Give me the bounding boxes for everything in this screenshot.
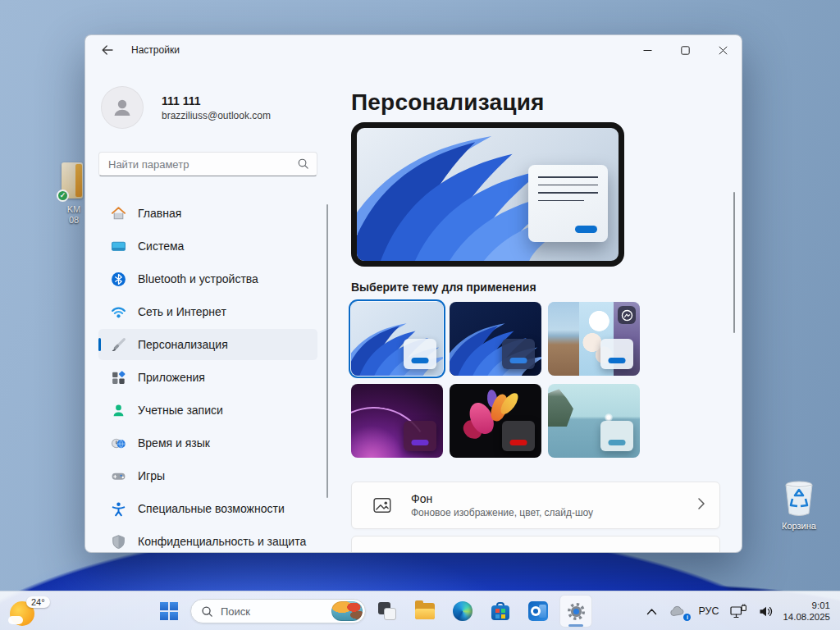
content-scrollbar[interactable]: [733, 192, 736, 333]
sidebar-item-label: Система: [138, 240, 184, 253]
sidebar-item-label: Bluetooth и устройства: [138, 272, 258, 285]
maximize-button[interactable]: [666, 35, 704, 65]
close-icon: [719, 46, 728, 55]
recycle-bin[interactable]: Корзина: [768, 477, 830, 532]
start-button[interactable]: [153, 595, 185, 628]
store-icon: [491, 601, 510, 621]
recycle-bin-label: Корзина: [782, 521, 816, 532]
theme-tile-flow-flower[interactable]: [450, 384, 541, 458]
sidebar-item-system[interactable]: Система: [98, 231, 317, 262]
theme-tile-bloom-dark[interactable]: [450, 302, 541, 376]
desktop-file-label: KM 08: [67, 204, 81, 226]
sidebar-item-network[interactable]: Сеть и Интернет: [98, 296, 317, 327]
minimize-button[interactable]: [628, 35, 666, 65]
account-name: 111 111: [162, 94, 271, 107]
sidebar-item-label: Персонализация: [138, 338, 228, 351]
sync-check-badge-icon: ✓: [57, 189, 69, 202]
task-view-button[interactable]: [371, 595, 404, 628]
sidebar-item-label: Учетные записи: [138, 404, 223, 417]
bluetooth-icon: [110, 271, 126, 287]
preview-window-card: [528, 165, 608, 242]
tray-expand-button[interactable]: [641, 596, 663, 626]
tray-date: 14.08.2025: [783, 611, 830, 623]
temperature-badge: 24°: [26, 596, 50, 608]
microsoft-store-button[interactable]: [484, 595, 517, 628]
background-settings-card[interactable]: Фон Фоновое изображение, цвет, слайд-шоу: [351, 482, 720, 529]
edge-button[interactable]: [446, 595, 479, 628]
sidebar-item-label: Главная: [138, 207, 181, 220]
maximize-icon: [681, 46, 690, 55]
sidebar-item-privacy[interactable]: Конфиденциальность и защита: [98, 526, 317, 553]
arrow-left-icon: [101, 43, 114, 57]
system-tray: i РУС 9:01 14.08.2025: [641, 591, 835, 630]
theme-tile-spotlight-collage[interactable]: [548, 302, 640, 376]
minimize-icon: [643, 46, 652, 55]
titlebar: Настройки: [85, 35, 742, 65]
recycle-bin-icon: [779, 477, 819, 518]
onedrive-status-badge: i: [683, 614, 691, 621]
sidebar-item-label: Специальные возможности: [138, 502, 285, 515]
privacy-shield-icon: [110, 533, 126, 550]
sidebar-item-apps[interactable]: Приложения: [98, 362, 317, 393]
colors-settings-card-partial[interactable]: [351, 536, 720, 553]
onedrive-tray-button[interactable]: i: [663, 596, 692, 626]
sidebar-item-bluetooth[interactable]: Bluetooth и устройства: [98, 263, 317, 294]
outlook-button[interactable]: [522, 595, 555, 628]
account-row[interactable]: 111 111 brazziliuss@outlook.com: [101, 86, 329, 129]
close-button[interactable]: [704, 35, 742, 65]
sidebar-item-label: Приложения: [138, 371, 205, 384]
sidebar-item-time-language[interactable]: Время и язык: [98, 427, 317, 459]
account-email: brazziliuss@outlook.com: [162, 110, 271, 121]
theme-tile-bloom-light[interactable]: [351, 302, 443, 376]
theme-tile-glow-purple[interactable]: [351, 384, 443, 458]
sidebar-item-home[interactable]: Главная: [98, 198, 317, 229]
sidebar-item-accessibility[interactable]: Специальные возможности: [98, 493, 317, 524]
sidebar-item-gaming[interactable]: Игры: [98, 460, 317, 491]
accounts-icon: [110, 402, 126, 418]
search-icon: [201, 605, 213, 618]
sidebar-nav: Главная Система Bluetooth и устройства: [98, 198, 329, 553]
outlook-icon: [528, 601, 548, 621]
chevron-up-icon: [646, 608, 657, 615]
main-content: Персонализация Выберите тему для примене…: [329, 65, 742, 553]
sidebar: 111 111 brazziliuss@outlook.com: [85, 65, 329, 553]
apps-icon: [110, 369, 126, 386]
window-title: Настройки: [131, 44, 180, 56]
page-title: Персонализация: [351, 88, 720, 117]
bing-daily-image: [331, 601, 363, 621]
avatar: [101, 86, 144, 129]
weather-widget[interactable]: 24°: [8, 595, 54, 628]
desktop: ✓ KM 08 Корзина Настройки: [0, 0, 840, 630]
image-icon: [373, 496, 393, 514]
settings-window: Настройки: [84, 34, 742, 553]
time-language-icon: [110, 435, 126, 451]
clock[interactable]: 9:01 14.08.2025: [779, 600, 835, 623]
search-icon: [297, 158, 309, 173]
theme-tile-sunrise-lake[interactable]: [548, 384, 640, 458]
edge-icon: [453, 601, 472, 621]
taskbar: 24° Поиск: [0, 591, 840, 630]
back-button[interactable]: [94, 39, 121, 61]
accessibility-icon: [110, 500, 126, 517]
file-explorer-button[interactable]: [409, 595, 441, 628]
windows-spotlight-badge-icon: [618, 306, 636, 324]
sidebar-item-accounts[interactable]: Учетные записи: [98, 395, 317, 426]
language-indicator[interactable]: РУС: [692, 596, 724, 626]
sidebar-scrollbar[interactable]: [326, 204, 329, 498]
cloud-icon: [8, 616, 23, 624]
network-tray-button[interactable]: [724, 596, 753, 626]
sidebar-item-label: Игры: [138, 469, 165, 482]
sidebar-item-label: Сеть и Интернет: [138, 305, 226, 318]
tray-time: 9:01: [783, 600, 830, 611]
sidebar-item-personalization[interactable]: Персонализация: [98, 329, 317, 360]
settings-app-button[interactable]: [559, 595, 592, 628]
theme-picker-label: Выберите тему для применения: [351, 281, 720, 294]
sidebar-item-label: Время и язык: [138, 436, 210, 450]
taskbar-search[interactable]: Поиск: [190, 599, 366, 623]
preview-accent-button: [575, 226, 597, 233]
speaker-icon: [759, 605, 774, 619]
volume-tray-button[interactable]: [753, 596, 779, 626]
gaming-icon: [110, 468, 126, 484]
home-icon: [110, 205, 126, 221]
settings-search-input[interactable]: [98, 152, 317, 176]
